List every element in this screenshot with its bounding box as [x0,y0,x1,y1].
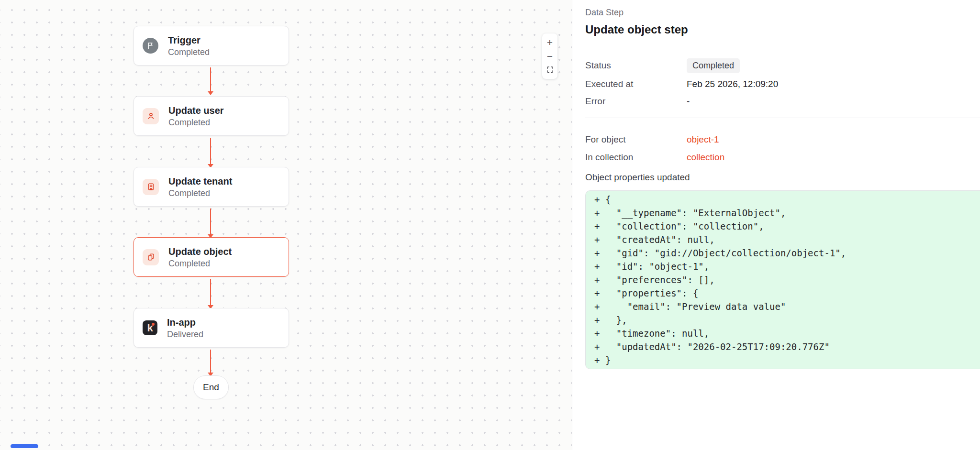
object-copy-icon [143,249,159,265]
edge-arrow [210,279,211,306]
canvas-zoom-toolbar: + − [542,33,557,79]
in-collection-label: In collection [585,152,687,163]
node-title: Trigger [168,34,210,46]
workflow-node-update-object[interactable]: Update object Completed [134,237,289,277]
node-status: Delivered [167,329,203,340]
node-status: Completed [168,117,224,128]
diff-line: + }, [594,313,971,327]
plus-icon: + [547,37,553,47]
executed-at-value: Feb 25 2026, 12:09:20 [687,79,778,89]
workflow-canvas[interactable]: Trigger Completed Update user Completed … [0,0,572,450]
diff-line: + { [594,193,971,206]
node-title: In-app [167,316,203,329]
edge-arrow [210,67,211,92]
executed-at-label: Executed at [585,79,687,89]
executed-at-row: Executed at Feb 25 2026, 12:09:20 [585,77,980,91]
building-icon [143,179,159,195]
status-label: Status [585,60,687,71]
fit-view-icon [546,65,554,75]
diff-line: + "gid": "gid://Object/collection/object… [594,246,971,260]
node-status: Completed [168,187,232,199]
playback-progress-bar [11,444,38,448]
workflow-node-update-user[interactable]: Update user Completed [134,96,289,136]
error-value: - [687,96,690,107]
diff-line: + "createdAt": null, [594,233,971,246]
section-divider [585,118,980,118]
diff-line: + "__typename": "ExternalObject", [594,206,971,220]
edge-arrow [210,350,211,373]
zoom-out-button[interactable]: − [542,49,557,63]
diff-line: + "collection": "collection", [594,220,971,233]
diff-line: + "updatedAt": "2026-02-25T17:09:20.776Z… [594,340,971,353]
edge-arrow [210,209,211,235]
workflow-end-node[interactable]: End [193,375,229,399]
status-badge: Completed [687,58,740,73]
node-title: Update object [168,245,232,258]
workflow-node-trigger[interactable]: Trigger Completed [134,26,289,66]
zoom-in-button[interactable]: + [542,35,557,49]
for-object-row: For object object-1 [585,133,980,146]
node-status: Completed [168,258,232,269]
end-label: End [203,382,219,393]
edge-arrow [210,138,211,165]
knock-k-icon: k [143,320,157,335]
for-object-label: For object [585,134,687,145]
step-details-panel: Data Step Update object step Status Comp… [572,0,980,450]
diff-line: + } [594,353,971,367]
diff-line: + "timezone": null, [594,327,971,340]
step-type-label: Data Step [585,7,980,18]
object-properties-label: Object properties updated [585,171,980,184]
fit-view-button[interactable] [542,63,557,77]
diff-line: + "preferences": [], [594,273,971,286]
minus-icon: − [547,51,553,61]
user-icon [143,108,159,124]
diff-line: + "properties": { [594,286,971,300]
in-collection-row: In collection collection [585,151,980,164]
node-title: Update user [168,104,224,117]
error-label: Error [585,96,687,107]
workflow-node-in-app[interactable]: k In-app Delivered [134,308,289,348]
node-title: Update tenant [168,175,232,187]
error-row: Error - [585,95,980,108]
diff-line: + "id": "object-1", [594,260,971,273]
flag-icon [143,38,158,54]
object-properties-diff: + { + "__typename": "ExternalObject", + … [585,190,980,369]
node-status: Completed [168,46,210,58]
diff-line: + "email": "Preview data value" [594,300,971,313]
workflow-node-update-tenant[interactable]: Update tenant Completed [134,167,289,207]
collection-link[interactable]: collection [687,152,724,163]
status-row: Status Completed [585,57,980,74]
page-title: Update object step [585,22,980,37]
object-link[interactable]: object-1 [687,134,719,145]
